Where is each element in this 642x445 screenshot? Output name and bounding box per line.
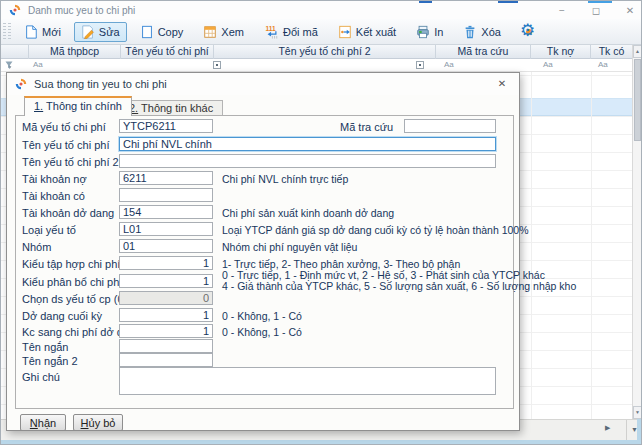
field-label-ten-yeu-to-2: Tên yếu tố chi phí 2 xyxy=(22,156,119,168)
loai-yeu-to-input[interactable] xyxy=(119,222,213,236)
tab-main-info[interactable]: 1. Thông tin chính xyxy=(24,96,132,116)
field-label-do-dang-cuoi-ky: Dở dang cuối kỳ xyxy=(22,310,102,322)
tai-khoan-no-input[interactable] xyxy=(119,171,213,185)
grid-header: Mã thpbcp Tên yếu tố chi phí Tên yếu tố … xyxy=(1,45,632,59)
field-label-ma-yeu-to: Mã yếu tố chi phí xyxy=(22,121,106,133)
column-header-ma-tra-cuu[interactable]: Mã tra cứu xyxy=(436,45,531,59)
view-button[interactable]: Xem xyxy=(196,22,251,42)
field-label-kieu-phan-bo: Kiểu phân bổ chi phí xyxy=(22,276,122,288)
column-header-ten-yeu-to[interactable]: Tên yếu tố chi phí xyxy=(121,45,214,59)
field-label-tai-khoan-do-dang: Tài khoản dở dang xyxy=(22,207,114,219)
window-frame-bottom xyxy=(1,440,642,445)
column-header-ma-thpbcp[interactable]: Mã thpbcp xyxy=(29,45,121,59)
field-label-ghi-chu: Ghi chú xyxy=(22,371,60,383)
dialog-close-button[interactable]: ✕ xyxy=(495,77,509,91)
minimize-button[interactable]: − xyxy=(555,5,569,16)
change-code-button[interactable]: 111 Đổi mã xyxy=(257,22,325,42)
trash-icon xyxy=(463,25,477,39)
settings-button[interactable]: ⚙ xyxy=(520,23,538,41)
field-label-nhom: Nhóm xyxy=(22,241,51,253)
column-header-tk-no[interactable]: Tk nợ xyxy=(531,45,591,59)
delete-button[interactable]: Xóa xyxy=(456,22,508,42)
nhom-input[interactable] xyxy=(119,239,213,253)
text-filter-icon[interactable]: Aa xyxy=(33,60,43,69)
dialog-title: Sua thong tin yeu to chi phi xyxy=(34,78,167,90)
field-label-tai-khoan-no: Tài khoản nợ xyxy=(22,173,87,185)
export-icon xyxy=(338,25,352,39)
change-code-icon: 111 xyxy=(264,25,279,39)
app-logo-icon xyxy=(9,4,21,16)
svg-text:111: 111 xyxy=(265,25,276,32)
close-button[interactable]: ✕ xyxy=(623,5,637,16)
tai-khoan-do-dang-input[interactable] xyxy=(119,205,213,219)
copy-page-icon xyxy=(140,25,154,39)
filter-funnel-icon[interactable] xyxy=(5,61,15,71)
ten-yeu-to-2-input[interactable] xyxy=(119,154,496,168)
field-label-ten-ngan: Tên ngắn xyxy=(22,341,68,353)
tab-other-info[interactable]: 2. Thông tin khác xyxy=(119,100,223,116)
app-logo-icon xyxy=(15,78,27,90)
copy-button[interactable]: Copy xyxy=(133,22,191,42)
tai-khoan-co-input[interactable] xyxy=(119,188,213,202)
maximize-button[interactable]: ◻ xyxy=(589,5,603,16)
main-window: Danh muc yeu to chi phi − ◻ ✕ Mới Sửa Co… xyxy=(0,0,642,445)
scroll-right-icon[interactable]: ▶ xyxy=(605,424,610,432)
text-filter-icon[interactable]: Aa xyxy=(543,60,553,69)
ten-yeu-to-input[interactable] xyxy=(119,137,496,151)
kc-sang-input[interactable] xyxy=(119,324,213,338)
kieu-phan-bo-input[interactable] xyxy=(119,274,213,288)
print-button[interactable]: In xyxy=(409,22,450,42)
kieu-tap-hop-input[interactable] xyxy=(119,256,213,270)
edit-pencil-icon xyxy=(81,25,95,39)
chon-ds-input xyxy=(119,291,213,305)
dialog-titlebar: Sua thong tin yeu to chi phi ✕ xyxy=(7,73,519,95)
field-label-ten-yeu-to: Tên yếu tố chi phí xyxy=(22,139,109,151)
kieu-phan-bo-hint-line2: 4 - Giá thành của YTCP khác, 5 - Số lượn… xyxy=(222,280,576,292)
new-page-icon xyxy=(24,25,38,39)
ma-yeu-to-input[interactable] xyxy=(119,119,213,133)
field-label-ma-tra-cuu: Mã tra cứu xyxy=(340,121,393,133)
window-title: Danh muc yeu to chi phi xyxy=(28,5,135,16)
field-label-tai-khoan-co: Tài khoản có xyxy=(22,190,85,202)
accept-button[interactable]: Nhận xyxy=(20,414,66,431)
top-edge-artifact xyxy=(498,1,518,3)
loai-yeu-to-hint: Loại YTCP đánh giá sp dở dang cuối kỳ có… xyxy=(222,224,529,236)
tai-khoan-no-hint: Chi phí NVL chính trực tiếp xyxy=(222,173,348,185)
column-header-tk-co[interactable]: Tk có xyxy=(591,45,632,59)
edit-cost-element-dialog: Sua thong tin yeu to chi phi ✕ 1. Thông … xyxy=(6,72,520,431)
checkbox-filter-icon[interactable] xyxy=(416,61,424,69)
grid-corner-cell xyxy=(1,45,29,59)
scroll-up-button[interactable]: ▲ xyxy=(633,45,642,58)
vertical-scrollbar[interactable]: ▲ ▼ xyxy=(632,45,642,419)
toolbar-grip[interactable] xyxy=(8,23,11,41)
nhom-hint: Nhóm chi phí nguyên vật liệu xyxy=(222,241,357,253)
ma-tra-cuu-input[interactable] xyxy=(404,119,496,133)
export-button[interactable]: Kết xuất xyxy=(331,22,403,42)
text-filter-icon[interactable]: Aa xyxy=(444,60,454,69)
field-label-ten-ngan-2: Tên ngắn 2 xyxy=(22,355,78,367)
printer-icon xyxy=(416,25,430,39)
do-dang-cuoi-ky-hint: 0 - Không, 1 - Có xyxy=(222,310,302,322)
gear-icon: ⚙ xyxy=(520,20,535,41)
ghi-chu-textarea[interactable] xyxy=(119,367,496,395)
main-titlebar: Danh muc yeu to chi phi − ◻ ✕ xyxy=(1,1,642,19)
column-header-ten-yeu-to-2[interactable]: Tên yếu tố chi phí 2 xyxy=(214,45,436,59)
cancel-button[interactable]: Hủy bỏ xyxy=(73,414,123,431)
tai-khoan-do-dang-hint: Chi phí sản xuất kinh doanh dở dang xyxy=(222,207,394,219)
field-label-kieu-tap-hop: Kiểu tập hợp chi phí xyxy=(22,258,120,270)
text-filter-icon[interactable]: Aa xyxy=(598,60,608,69)
new-button[interactable]: Mới xyxy=(17,22,68,42)
checkbox-filter-icon[interactable] xyxy=(213,61,221,69)
toolbar: Mới Sửa Copy Xem 111 Đổi mã Kết xuất In xyxy=(1,19,642,45)
do-dang-cuoi-ky-input[interactable] xyxy=(119,308,213,322)
kc-sang-hint: 0 - Không, 1 - Có xyxy=(222,326,302,338)
top-edge-artifact xyxy=(588,1,612,3)
ten-ngan-2-input[interactable] xyxy=(119,353,213,367)
view-table-icon xyxy=(203,25,217,39)
toolbar-grip[interactable] xyxy=(3,23,6,41)
scroll-down-button[interactable]: ▼ xyxy=(633,406,642,419)
edit-button[interactable]: Sửa xyxy=(74,22,127,42)
scrollbar-thumb[interactable] xyxy=(634,59,641,141)
top-edge-artifact xyxy=(419,1,432,3)
ten-ngan-input[interactable] xyxy=(119,339,213,353)
